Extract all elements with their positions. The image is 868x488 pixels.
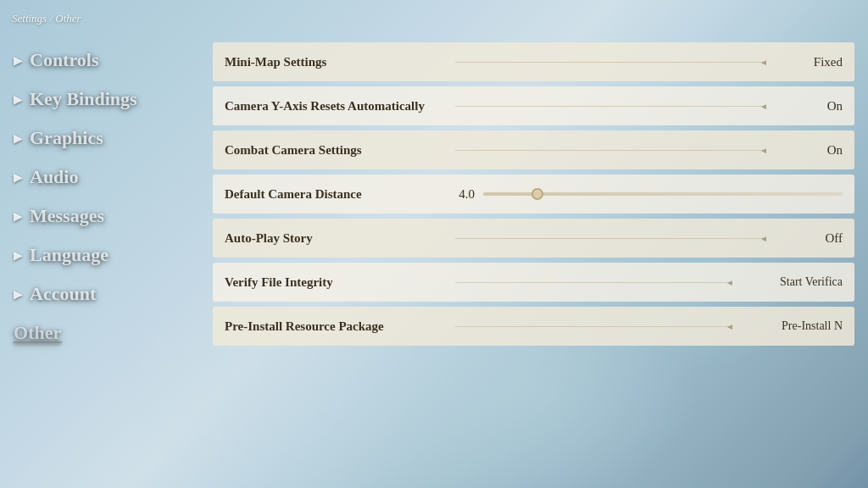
setting-row-camera-distance[interactable]: Default Camera Distance 4.0 bbox=[213, 175, 854, 214]
setting-name: Mini-Map Settings bbox=[225, 55, 445, 69]
arrow-icon: ▶ bbox=[14, 248, 23, 263]
sidebar-item-label: Audio bbox=[30, 166, 78, 188]
setting-value: Pre-Install N bbox=[741, 319, 843, 333]
setting-row-mini-map[interactable]: Mini-Map Settings Fixed bbox=[213, 42, 854, 81]
sidebar-item-label: Messages bbox=[30, 205, 104, 227]
sidebar-item-label: Graphics bbox=[30, 127, 103, 149]
setting-divider bbox=[455, 150, 765, 151]
setting-row-camera-y[interactable]: Camera Y-Axis Resets Automatically On bbox=[213, 86, 854, 125]
setting-name: Verify File Integrity bbox=[225, 275, 445, 290]
sidebar-item-messages[interactable]: ▶ Messages bbox=[8, 197, 199, 236]
sidebar-item-graphics[interactable]: ▶ Graphics bbox=[8, 119, 199, 158]
slider-track[interactable] bbox=[483, 192, 843, 196]
setting-value: Off bbox=[775, 231, 843, 246]
sidebar-item-other[interactable]: Other bbox=[8, 313, 199, 352]
setting-name: Auto-Play Story bbox=[225, 231, 445, 246]
setting-divider bbox=[455, 106, 765, 107]
arrow-icon: ▶ bbox=[14, 53, 23, 68]
sidebar-item-account[interactable]: ▶ Account bbox=[8, 274, 199, 313]
setting-name: Combat Camera Settings bbox=[225, 143, 445, 158]
main-container: Settings / Other ▶ Controls ▶ Key Bindin… bbox=[0, 0, 868, 488]
setting-divider bbox=[455, 238, 765, 239]
sidebar-item-label: Other bbox=[14, 322, 61, 344]
setting-value: Start Verifica bbox=[741, 275, 843, 289]
setting-row-preinstall[interactable]: Pre-Install Resource Package Pre-Install… bbox=[213, 307, 854, 346]
setting-row-verify[interactable]: Verify File Integrity Start Verifica bbox=[213, 263, 854, 302]
sidebar-item-controls[interactable]: ▶ Controls bbox=[8, 41, 199, 80]
sidebar-item-label: Account bbox=[30, 283, 96, 305]
setting-row-autoplay[interactable]: Auto-Play Story Off bbox=[213, 219, 854, 258]
setting-name: Camera Y-Axis Resets Automatically bbox=[225, 99, 445, 114]
settings-panel: Mini-Map Settings Fixed Camera Y-Axis Re… bbox=[199, 0, 868, 488]
slider-value: 4.0 bbox=[445, 187, 475, 202]
slider-container: 4.0 bbox=[445, 187, 843, 202]
arrow-icon: ▶ bbox=[14, 287, 23, 302]
setting-row-combat-camera[interactable]: Combat Camera Settings On bbox=[213, 130, 854, 169]
setting-value: On bbox=[775, 143, 843, 158]
arrow-icon: ▶ bbox=[14, 131, 23, 146]
setting-divider bbox=[455, 62, 765, 63]
setting-divider bbox=[455, 326, 731, 327]
sidebar: Settings / Other ▶ Controls ▶ Key Bindin… bbox=[0, 0, 199, 488]
sidebar-item-label: Key Bindings bbox=[30, 88, 137, 110]
sidebar-item-audio[interactable]: ▶ Audio bbox=[8, 158, 199, 197]
sidebar-item-keybindings[interactable]: ▶ Key Bindings bbox=[8, 80, 199, 119]
sidebar-item-label: Controls bbox=[30, 49, 99, 71]
setting-name: Pre-Install Resource Package bbox=[225, 319, 445, 334]
breadcrumb: Settings / Other bbox=[8, 12, 199, 25]
arrow-icon: ▶ bbox=[14, 209, 23, 224]
sidebar-item-language[interactable]: ▶ Language bbox=[8, 236, 199, 274]
setting-value: On bbox=[775, 99, 843, 114]
setting-name: Default Camera Distance bbox=[225, 187, 445, 202]
arrow-icon: ▶ bbox=[14, 170, 23, 185]
setting-value: Fixed bbox=[775, 55, 843, 69]
arrow-icon: ▶ bbox=[14, 92, 23, 107]
slider-thumb[interactable] bbox=[531, 188, 543, 200]
setting-divider bbox=[455, 282, 731, 283]
sidebar-item-label: Language bbox=[30, 244, 108, 266]
